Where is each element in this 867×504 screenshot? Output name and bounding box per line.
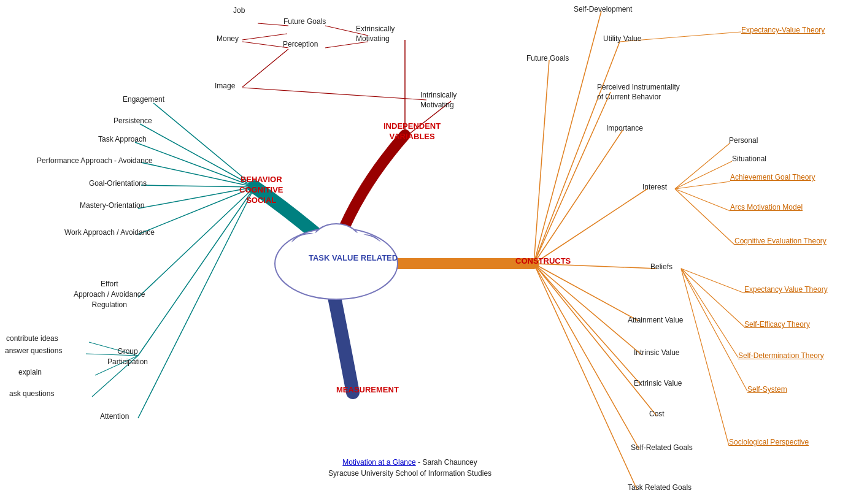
expectancy-value-theory-top-label[interactable]: Expectancy-Value Theory	[741, 26, 825, 34]
persistence-label: Persistence	[114, 116, 152, 125]
extrinsic-value-label: Extrinsic Value	[634, 379, 682, 388]
mastery-orientation-label: Mastery-Orientation	[80, 201, 144, 210]
achievement-goal-theory-label[interactable]: Achievement Goal Theory	[730, 173, 815, 181]
goal-orientations-label: Goal-Orientations	[89, 179, 147, 188]
contribute-ideas-label: contribute ideas	[6, 334, 58, 343]
self-related-goals-label: Self-Related Goals	[631, 443, 693, 452]
attainment-value-label: Attainment Value	[628, 316, 684, 324]
situational-label: Situational	[732, 155, 766, 163]
importance-label: Importance	[606, 124, 643, 132]
footer: Motivation at a Glance - Sarah ChaunceyS…	[328, 457, 491, 479]
future-goals-left-label: Future Goals	[283, 17, 326, 26]
extrinsically-label: ExtrinsicallyMotivating	[356, 25, 395, 44]
task-related-goals-label: Task Related Goals	[628, 483, 692, 492]
engagement-label: Engagement	[123, 95, 164, 104]
task-approach-label: Task Approach	[98, 135, 147, 143]
cost-label: Cost	[649, 410, 665, 418]
svg-rect-0	[0, 0, 867, 504]
performance-approach-label: Performance Approach - Avoidance	[37, 156, 153, 165]
explain-label: explain	[18, 368, 42, 376]
behavior-label: BEHAVIORCOGNITIVESOCIAL	[239, 175, 283, 206]
perception-label: Perception	[283, 40, 318, 48]
independent-label: INDEPENDENTVARIABLES	[383, 121, 441, 142]
personal-label: Personal	[729, 136, 758, 145]
footer-link[interactable]: Motivation at a Glance	[342, 458, 415, 467]
image-label: Image	[215, 82, 235, 90]
ask-questions-label: ask questions	[9, 389, 54, 398]
intrinsic-value-label: Intrinsic Value	[634, 348, 679, 357]
self-system-label[interactable]: Self-System	[747, 385, 787, 394]
expectancy-value-theory-2-label[interactable]: Expectancy Value Theory	[744, 285, 828, 294]
self-efficacy-theory-label[interactable]: Self-Efficacy Theory	[744, 320, 810, 329]
sociological-perspective-label[interactable]: Sociological Perspective	[729, 438, 809, 446]
attention-label: Attention	[100, 412, 129, 421]
interest-label: Interest	[642, 183, 667, 191]
job-label: Job	[233, 6, 245, 15]
group-participation-label: GroupParticipation	[107, 346, 148, 367]
center-label: TASK VALUE RELATED	[309, 253, 398, 264]
cognitive-evaluation-theory-label[interactable]: Cognitive Evaluation Theory	[734, 237, 827, 245]
answer-questions-label: answer questions	[5, 346, 62, 355]
self-development-label: Self-Development	[574, 5, 632, 13]
money-label: Money	[217, 34, 239, 43]
future-goals-right-label: Future Goals	[526, 54, 569, 63]
effort-label: EffortApproach / AvoidanceRegulation	[74, 279, 145, 310]
work-approach-label: Work Approach / Avoidance	[64, 228, 155, 237]
self-determination-theory-label[interactable]: Self-Determination Theory	[738, 351, 824, 360]
constructs-label: CONSTRUCTS	[515, 256, 571, 265]
arcs-motivation-model-label[interactable]: Arcs Motivation Model	[730, 203, 803, 212]
measurement-label: MEASUREMENT	[336, 385, 399, 394]
beliefs-label: Beliefs	[650, 262, 672, 271]
intrinsically-label: IntrinsicallyMotivating	[420, 91, 457, 110]
perceived-instrumentality-label: Perceived Instrumentalityof Current Beha…	[597, 83, 680, 102]
utility-value-label: Utility Value	[603, 34, 641, 43]
